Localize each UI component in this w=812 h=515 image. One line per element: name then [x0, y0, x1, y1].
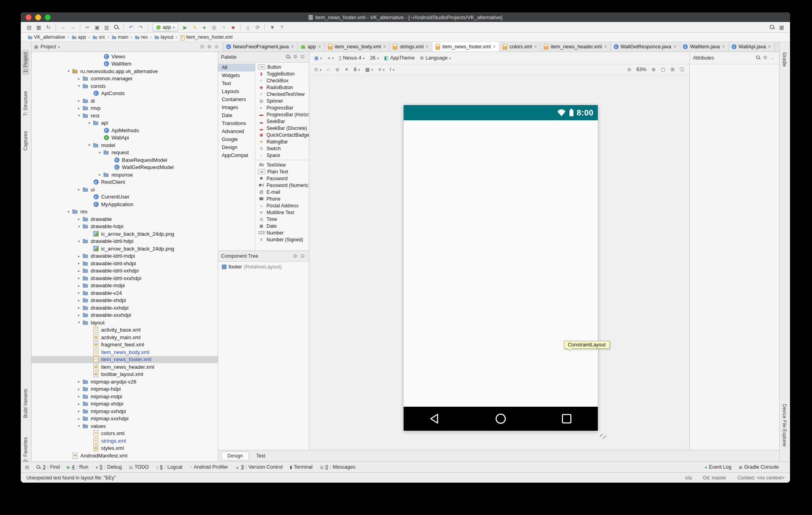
- close-tab-icon[interactable]: [291, 44, 295, 50]
- zoom-fit-icon[interactable]: ▢: [660, 65, 667, 74]
- zoom-out-icon[interactable]: ⊖: [626, 65, 632, 74]
- editor-tab[interactable]: item_news_body.xml: [325, 42, 390, 52]
- breadcrumb-item[interactable]: app: [70, 34, 87, 40]
- tree-expand-arrow-icon[interactable]: [76, 284, 82, 288]
- device-content-area[interactable]: [404, 120, 598, 407]
- toolwindow-switcher-icon[interactable]: ⊞: [25, 464, 29, 470]
- palette-settings-icon[interactable]: ⚙: [292, 54, 299, 61]
- palette-item[interactable]: ▂SeekBar (Discrete): [255, 125, 309, 131]
- tree-expand-arrow-icon[interactable]: [66, 69, 72, 73]
- tree-row[interactable]: styles.xml: [32, 445, 218, 452]
- tree-row[interactable]: ru.necessitudo.app.vk_alternative: [32, 68, 218, 75]
- palette-item[interactable]: ±Number (Signed): [255, 236, 309, 243]
- tree-row[interactable]: drawable-ldrtl-mdpi: [32, 253, 218, 260]
- tree-row[interactable]: toolbar_layout.xml: [32, 371, 218, 378]
- apply-changes-icon[interactable]: ϟ: [190, 23, 199, 32]
- tree-row[interactable]: layout: [32, 319, 218, 326]
- breadcrumb-item[interactable]: VK_alternative: [26, 34, 66, 40]
- language-select[interactable]: ⊕Language: [419, 54, 452, 62]
- minimize-window-button[interactable]: [35, 14, 41, 20]
- tree-expand-arrow-icon[interactable]: [76, 261, 82, 265]
- tree-expand-arrow-icon[interactable]: [66, 210, 72, 214]
- palette-category[interactable]: Layouts: [218, 87, 255, 95]
- autoconnect-icon[interactable]: ∩: [326, 65, 332, 74]
- tree-expand-arrow-icon[interactable]: [76, 394, 82, 398]
- toolwindow-button[interactable]: ▣Gradle Console: [738, 464, 779, 470]
- tree-row[interactable]: consts: [32, 82, 218, 90]
- hide-panel-icon[interactable]: ⊖: [213, 44, 220, 50]
- breadcrumb-item[interactable]: layout: [153, 34, 175, 40]
- editor-tab[interactable]: WallApi.java: [728, 42, 774, 52]
- breadcrumb-item[interactable]: main: [110, 34, 129, 40]
- stop-icon[interactable]: ■: [229, 23, 237, 32]
- toolwindow-button[interactable]: 3: Find: [36, 464, 60, 470]
- tree-row[interactable]: drawable-xxxhdpi: [32, 312, 218, 319]
- tree-row[interactable]: request: [32, 149, 218, 157]
- editor-tab[interactable]: item_news_footer.xml: [432, 42, 500, 52]
- palette-item[interactable]: ✱#Password (Numeric): [255, 182, 309, 189]
- tree-row[interactable]: drawable-mdpi: [32, 282, 218, 290]
- tree-row[interactable]: RestClient: [32, 179, 218, 186]
- tree-row[interactable]: WallItem: [32, 60, 218, 68]
- run-icon[interactable]: ▶: [181, 23, 189, 32]
- info-icon[interactable]: ⓘ: [679, 65, 686, 74]
- palette-category[interactable]: Google: [218, 135, 255, 143]
- tree-row[interactable]: fragment_feed.xml: [32, 341, 218, 349]
- design-surface-icon[interactable]: ▣: [313, 54, 323, 62]
- default-margin-select[interactable]: 8: [352, 65, 361, 74]
- close-tab-icon[interactable]: [382, 44, 386, 50]
- toolwindow-button[interactable]: ◔Android Profiler: [189, 464, 228, 470]
- tree-expand-arrow-icon[interactable]: [76, 417, 82, 421]
- palette-category[interactable]: Transitions: [218, 119, 255, 127]
- back-icon[interactable]: ←: [59, 23, 68, 32]
- collapse-attributes-icon[interactable]: →: [769, 55, 776, 62]
- tree-row[interactable]: CurrentUser: [32, 193, 218, 201]
- editor-tab[interactable]: colors.xml: [500, 42, 541, 52]
- avd-manager-icon[interactable]: ▯: [243, 23, 252, 32]
- palette-item[interactable]: 123Number: [255, 229, 309, 236]
- palette-item[interactable]: ◉RadioButton: [255, 84, 309, 91]
- save-all-icon[interactable]: ▦: [34, 23, 43, 32]
- toolwindow-button[interactable]: ▤TODO: [129, 464, 149, 470]
- tree-row[interactable]: model: [32, 141, 218, 149]
- clear-constraints-icon[interactable]: ⊘: [334, 65, 340, 74]
- tree-row[interactable]: item_news_body.xml: [32, 348, 218, 356]
- close-window-button[interactable]: [26, 14, 32, 20]
- nav-recents-icon[interactable]: [560, 412, 573, 426]
- toolwindow-button[interactable]: Gradle: [781, 50, 788, 69]
- palette-item[interactable]: ▣QuickContactBadge: [255, 131, 309, 138]
- tree-expand-arrow-icon[interactable]: [97, 151, 103, 155]
- zoom-window-button[interactable]: [45, 14, 51, 20]
- palette-item[interactable]: ▤Spinner: [255, 97, 309, 104]
- tree-row[interactable]: MyApplication: [32, 201, 218, 208]
- tree-row[interactable]: di: [32, 97, 218, 105]
- device-preview[interactable]: 8:00: [404, 105, 598, 431]
- device-select[interactable]: ▯Nexus 4: [338, 54, 366, 62]
- close-tab-icon[interactable]: [768, 44, 772, 50]
- palette-item[interactable]: ★RatingBar: [255, 138, 309, 145]
- tree-expand-arrow-icon[interactable]: [76, 187, 82, 191]
- palette-item[interactable]: ✱Password: [255, 175, 309, 182]
- tree-row[interactable]: BaseRequestModel: [32, 156, 218, 164]
- tree-row[interactable]: ApiConsts: [32, 90, 218, 97]
- sync-project-icon[interactable]: ⟳: [253, 23, 262, 32]
- tree-row[interactable]: item_news_footer.xml: [32, 356, 218, 364]
- palette-category[interactable]: Images: [218, 103, 255, 111]
- tree-expand-arrow-icon[interactable]: [76, 298, 82, 302]
- close-tab-icon[interactable]: [603, 44, 607, 50]
- palette-item[interactable]: @E-mail: [255, 189, 309, 195]
- toolwindow-button[interactable]: ▥0: Messages: [320, 464, 355, 470]
- toolwindow-button[interactable]: Captures: [22, 129, 29, 153]
- attributes-settings-icon[interactable]: ⚙: [762, 55, 769, 62]
- tab-text[interactable]: Text: [250, 451, 271, 460]
- palette-category[interactable]: AppCompat: [218, 151, 255, 159]
- tree-expand-arrow-icon[interactable]: [76, 313, 82, 317]
- tree-row[interactable]: mipmap-mdpi: [32, 393, 218, 400]
- tab-design[interactable]: Design: [221, 451, 249, 460]
- view-options-icon[interactable]: ⊙: [313, 65, 323, 74]
- tree-row[interactable]: ic_arrow_back_black_24dp.png: [32, 230, 218, 238]
- minimize-palette-icon[interactable]: ⊟: [299, 54, 306, 61]
- toolwindow-button[interactable]: ▯6: Logcat: [156, 464, 183, 470]
- resize-handle[interactable]: [600, 434, 606, 439]
- tree-row[interactable]: mvp: [32, 105, 218, 112]
